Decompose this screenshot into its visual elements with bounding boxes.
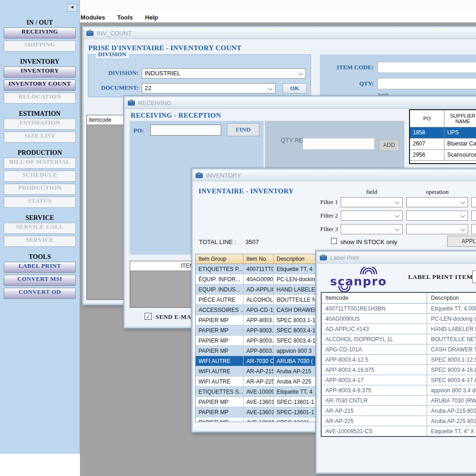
filter-value-select[interactable] xyxy=(471,197,476,207)
cell-item-group: WIFI AUTRE xyxy=(196,366,244,377)
sidebar-item[interactable]: SERVICE xyxy=(4,236,76,247)
cell-item-group: PIECE AUTRE xyxy=(196,295,244,305)
division-group-label: DIVISION xyxy=(96,51,129,58)
briefcase-icon xyxy=(86,30,94,36)
menu-item[interactable]: Tools xyxy=(111,14,139,21)
inventory-titlebar[interactable]: INVENTORY xyxy=(193,170,476,181)
filter-value-select[interactable] xyxy=(471,211,476,221)
send-email-checkbox[interactable] xyxy=(145,313,152,320)
filter-operation-select[interactable] xyxy=(406,224,468,234)
sidebar-item[interactable]: INVENTORY xyxy=(4,66,76,78)
filter-field-select[interactable] xyxy=(341,211,403,221)
add-button[interactable]: ADD xyxy=(379,139,399,151)
cell-description: PC-LEN-docking stat xyxy=(427,314,476,324)
item-no-column-header[interactable]: Item No. xyxy=(244,254,274,264)
cell-itemcode: APP-8003.4-16.875 xyxy=(322,365,427,375)
table-row[interactable]: APP-8003.4-16.875 SPEC 8003.4-16.875 xyxy=(322,365,476,375)
table-row[interactable]: APP-8003.4-12.5 SPEC 8003.1-12.5 A xyxy=(322,355,476,365)
sidebar-item[interactable]: SERVICE CALL xyxy=(4,223,76,234)
scanpro-logo: scanpro xyxy=(327,267,402,292)
table-row[interactable]: 1858 UPS xyxy=(410,127,476,139)
cell-po: 2607 xyxy=(410,139,444,149)
filters: Filter 1 Filter 2 Filter 3 xyxy=(310,197,476,238)
sidebar-item[interactable]: BILL OF MATERIAL xyxy=(4,158,76,169)
qty-received-input[interactable] xyxy=(303,138,375,150)
filter-operation-select[interactable] xyxy=(406,197,468,207)
table-row[interactable]: AR-AP-215 Aruba AP-215 802.1 xyxy=(322,406,476,416)
sidebar-item[interactable]: CONVERT MSI xyxy=(4,275,76,286)
sidebar-item[interactable]: LABEL PRINT xyxy=(4,262,76,273)
cell-description: Etiquette TT, 4" X 5' xyxy=(427,426,476,436)
document-select[interactable]: 22 xyxy=(142,83,276,93)
table-row[interactable]: AVE-10009531-CS Etiquette TT, 4" X 5' xyxy=(322,426,476,436)
sidebar-item[interactable]: RELOCATION xyxy=(4,93,76,104)
filter-field-select[interactable] xyxy=(341,197,403,207)
division-value: INDUSTRIEL xyxy=(145,70,180,77)
item-group-column-header[interactable]: Item Group xyxy=(196,254,244,264)
sidebar-item[interactable]: STATUS xyxy=(4,197,76,208)
filter-row: Filter 3 xyxy=(310,224,476,234)
sidebar-item[interactable]: ESTIMATION xyxy=(4,119,76,130)
table-row[interactable]: 2607 Bluestar Cana xyxy=(410,139,476,150)
table-row[interactable]: 2956 Scansource In xyxy=(410,150,476,161)
sidebar-item[interactable]: PRODUCTION xyxy=(4,184,76,195)
label-print-rows: 400711TT001RE1H3BN Etiquette TT, 4.000" … xyxy=(322,304,476,436)
cell-item-group: PAPIER MP xyxy=(196,417,244,422)
inventory-heading: INVENTAIRE - INVENTORY xyxy=(198,187,294,195)
inv-count-titlebar[interactable]: INV_COUNT xyxy=(84,27,476,39)
sidebar-item[interactable]: RECEIVING xyxy=(4,27,76,39)
division-groupbox: DIVISION DIVISION: INDUSTRIEL DOCUMENT: … xyxy=(88,54,311,97)
item-code-input[interactable] xyxy=(377,62,476,73)
table-row[interactable]: AD-APPLIC #143 HAND LABELER MO xyxy=(322,324,476,334)
sidebar-collapse-button[interactable]: ◄ xyxy=(67,4,77,12)
cell-item-no: AVE-13601... xyxy=(244,417,274,422)
qty-input[interactable] xyxy=(377,78,476,89)
receiving-titlebar[interactable]: RECEIVING xyxy=(125,97,476,109)
sidebar-item: TOOLS xyxy=(0,253,79,261)
cell-itemcode: APP-8003.4-17 xyxy=(322,375,427,385)
chevron-down-icon xyxy=(461,227,465,231)
description-column-header[interactable]: Description xyxy=(427,293,476,303)
sidebar-item: PRODUCTION xyxy=(0,149,79,157)
filter-value-select[interactable] xyxy=(471,224,476,234)
ok-button[interactable]: OK xyxy=(283,83,307,93)
sidebar-item[interactable]: CONVERT OD xyxy=(4,288,76,299)
table-row[interactable]: ALCOHOL ISOPROPYL 1L BOUTTEILLE NETT xyxy=(322,334,476,344)
division-select[interactable]: INDUSTRIEL xyxy=(142,68,306,79)
cell-item-group: WIFI AUTRE xyxy=(196,377,244,387)
chevron-down-icon xyxy=(395,227,400,231)
cell-item-no: 40AG0090US xyxy=(244,274,274,284)
filter-operation-select[interactable] xyxy=(406,211,468,221)
po-input[interactable] xyxy=(150,125,221,136)
table-row[interactable]: APP-8003.4-9.375 appvion 800 3.4 dire xyxy=(322,385,476,396)
menu-item[interactable]: Modules xyxy=(74,14,111,21)
cell-item-group: PAPIER MP xyxy=(196,336,244,346)
table-row[interactable]: 400711TT001RE1H3BN Etiquette TT, 4.000" xyxy=(322,304,476,314)
cell-item-group: ETIQUETTES P... xyxy=(196,264,244,274)
table-row[interactable]: 40AG0090US PC-LEN-docking stat xyxy=(322,314,476,324)
itemcode-column-header[interactable]: Itemcode xyxy=(322,293,427,303)
table-row[interactable]: AR-7030 CNTLR ARUBA 7030 (RW) ( xyxy=(322,396,476,406)
filter-field-select[interactable] xyxy=(341,224,403,234)
label-print-item-input[interactable] xyxy=(472,271,476,283)
find-button[interactable]: FIND xyxy=(227,123,259,136)
briefcase-icon xyxy=(128,99,135,106)
sidebar-item[interactable]: SIZE LIST xyxy=(4,132,76,143)
cell-supplier: Bluestar Cana xyxy=(444,139,476,149)
sidebar-item[interactable]: INVENTORY COUNT xyxy=(4,79,76,91)
apply-button[interactable]: APPLY xyxy=(447,236,476,247)
sidebar-item[interactable]: SHIPPING xyxy=(4,40,76,52)
in-stock-checkbox[interactable] xyxy=(331,238,337,244)
table-row[interactable]: APP-8003.4-17 SPEC 8003.4-17 App xyxy=(322,375,476,385)
table-row[interactable]: APG-CD-101A CASH DRAWER TO xyxy=(322,344,476,355)
label-print-titlebar[interactable]: Label Print xyxy=(317,252,476,264)
chevron-down-icon xyxy=(395,213,400,218)
cell-item-group: ACCESSOIRES ... xyxy=(196,305,244,315)
cell-po: 2956 xyxy=(410,150,444,160)
menu-item[interactable]: Help xyxy=(139,14,164,21)
po-table-rows: 1858 UPS 2607 Bluestar Cana 2956 Scansou… xyxy=(410,127,476,161)
table-row[interactable]: AR-AP-225 Aruba AP-225 802.1 xyxy=(322,416,476,426)
filter-row: Filter 2 xyxy=(310,211,476,221)
sidebar-item[interactable]: SCHEDULE xyxy=(4,171,76,182)
receiving-heading: RECEIVING - RECEPTION xyxy=(131,112,221,119)
